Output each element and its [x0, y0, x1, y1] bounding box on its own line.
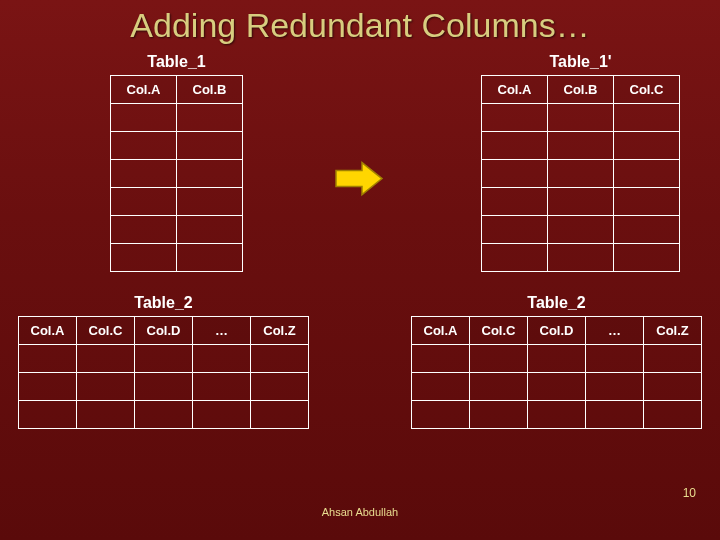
table2-right: Col.A Col.C Col.D … Col.Z — [411, 316, 702, 429]
table1-col-a: Col.A — [111, 76, 177, 104]
table2r-col-d: Col.D — [528, 317, 586, 345]
table2r-label: Table_2 — [527, 294, 585, 312]
table1p-col-c: Col.C — [614, 76, 680, 104]
table1: Col.A Col.B — [110, 75, 243, 272]
table1p-block: Table_1' Col.A Col.B Col.C — [481, 53, 680, 272]
table1p-col-a: Col.A — [482, 76, 548, 104]
table2l-col-z: Col.Z — [251, 317, 309, 345]
table1p-col-b: Col.B — [548, 76, 614, 104]
table1-prime: Col.A Col.B Col.C — [481, 75, 680, 272]
table2r-col-a: Col.A — [412, 317, 470, 345]
table2l-label: Table_2 — [134, 294, 192, 312]
table2r-col-z: Col.Z — [644, 317, 702, 345]
table2-right-block: Table_2 Col.A Col.C Col.D … Col.Z — [411, 294, 702, 429]
slide-title: Adding Redundant Columns… — [0, 0, 720, 53]
table1-label: Table_1 — [147, 53, 205, 71]
table2l-col-c: Col.C — [77, 317, 135, 345]
table2r-col-c: Col.C — [470, 317, 528, 345]
table1p-label: Table_1' — [549, 53, 611, 71]
slide-number: 10 — [683, 486, 696, 500]
table2l-col-d: Col.D — [135, 317, 193, 345]
table2l-col-dots: … — [193, 317, 251, 345]
table2-left: Col.A Col.C Col.D … Col.Z — [18, 316, 309, 429]
lower-row: Table_2 Col.A Col.C Col.D … Col.Z Table_… — [0, 294, 720, 429]
table1-col-b: Col.B — [177, 76, 243, 104]
upper-row: Table_1 Col.A Col.B Table_1' Col.A Col.B… — [0, 53, 720, 272]
table2r-col-dots: … — [586, 317, 644, 345]
arrow-icon — [332, 158, 388, 202]
table2l-col-a: Col.A — [19, 317, 77, 345]
table1-block: Table_1 Col.A Col.B — [110, 53, 243, 272]
footer-author: Ahsan Abdullah — [0, 506, 720, 518]
svg-marker-0 — [336, 162, 382, 194]
table2-left-block: Table_2 Col.A Col.C Col.D … Col.Z — [18, 294, 309, 429]
